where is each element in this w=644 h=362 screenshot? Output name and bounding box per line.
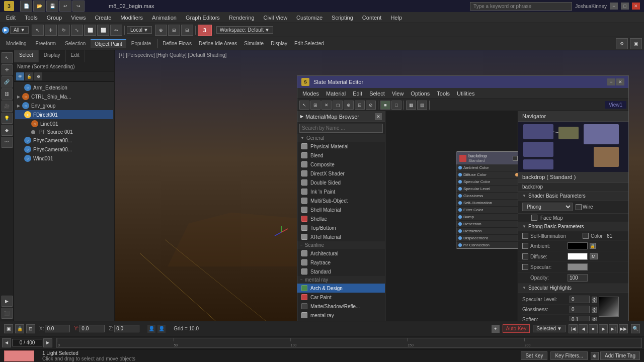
phong-basic-section[interactable]: ▼ Phong Basic Parameters: [518, 222, 628, 231]
diffuse-map-btn[interactable]: M: [590, 253, 598, 259]
glossiness-input[interactable]: [570, 306, 590, 313]
browser-item-standard[interactable]: Standard: [297, 267, 385, 276]
3d-snap-btn[interactable]: 3: [198, 25, 212, 36]
browser-item-composite[interactable]: Composite: [297, 160, 385, 169]
selected-dropdown[interactable]: Selected ▼: [533, 325, 566, 332]
anim-prev-frame[interactable]: |◀: [569, 324, 578, 333]
minimize-btn[interactable]: −: [610, 3, 618, 10]
undo-btn[interactable]: ↩: [59, 1, 71, 12]
add-icon[interactable]: +: [492, 325, 500, 333]
select-region2[interactable]: ⬜: [97, 25, 109, 36]
key-filters-btn[interactable]: Key Filters...: [550, 351, 588, 360]
scene-item-wind[interactable]: ○ Wind001: [15, 154, 113, 163]
scene-item-pf[interactable]: PF Source 001: [29, 128, 113, 136]
tab-select[interactable]: Select: [14, 50, 39, 62]
ambient-lock-btn[interactable]: 🔒: [590, 243, 596, 249]
y-input[interactable]: [79, 325, 105, 332]
selfillum-color-checkbox[interactable]: [583, 233, 589, 239]
workspace-dropdown[interactable]: Workspace: Default ▼: [216, 26, 273, 34]
editor-tool5[interactable]: ⊕: [344, 101, 354, 110]
filter-icon2[interactable]: 🔒: [25, 72, 33, 80]
browser-item-doublesided[interactable]: Double Sided: [297, 178, 385, 187]
browser-section-general[interactable]: ▼ General: [297, 134, 385, 142]
menu-modifiers[interactable]: Modifiers: [116, 14, 147, 22]
browser-item-shellmat[interactable]: Shell Material: [297, 205, 385, 214]
menu-rendering[interactable]: Rendering: [225, 14, 259, 22]
frame-counter[interactable]: 0 / 400: [12, 339, 42, 346]
editor-tool4[interactable]: ◻: [333, 101, 343, 110]
editor-menu-material[interactable]: Material: [323, 90, 349, 97]
browser-item-mentalray[interactable]: mental ray: [297, 311, 385, 320]
tool-move[interactable]: ✛: [2, 64, 13, 75]
btn-edit-selected[interactable]: Edit Selected: [291, 40, 327, 47]
scene-item-arm[interactable]: ○ Arm_Extension: [15, 83, 113, 92]
scene-item-line[interactable]: ○ Line001: [22, 119, 113, 128]
tl-next[interactable]: ▶: [43, 338, 52, 347]
editor-close[interactable]: ✕: [616, 78, 624, 85]
browser-item-directx[interactable]: DirectX Shader: [297, 169, 385, 178]
set-key-btn[interactable]: Set Key: [521, 351, 547, 360]
shader-basic-section[interactable]: ▼ Shader Basic Parameters: [518, 192, 628, 201]
navigator-view[interactable]: [518, 122, 628, 172]
shader-type-select[interactable]: Phong: [522, 203, 573, 211]
open-btn[interactable]: 📂: [33, 1, 45, 12]
paint-settings2-btn[interactable]: ▣: [630, 38, 642, 49]
editor-tool6[interactable]: ⊟: [355, 101, 365, 110]
browser-section-scanline[interactable]: − Scanline: [297, 241, 385, 249]
soften-input[interactable]: [570, 316, 590, 321]
spec-highlight-section[interactable]: ▼ Specular Highlights: [518, 284, 628, 293]
expand-ctrl[interactable]: ▶: [17, 95, 20, 99]
menu-animation[interactable]: Animation: [148, 14, 181, 22]
browser-item-inkpaint[interactable]: Ink 'n Paint: [297, 187, 385, 196]
selfillum-checkbox[interactable]: [522, 233, 528, 239]
redo-btn[interactable]: ↪: [72, 1, 85, 12]
close-btn[interactable]: ✕: [632, 3, 640, 10]
editor-menu-view[interactable]: View: [389, 90, 407, 97]
x-input[interactable]: [45, 325, 70, 332]
timeline-track[interactable]: 0 50 100 150 200: [56, 338, 642, 348]
anim-play[interactable]: ▶: [599, 324, 608, 333]
anim-stop[interactable]: ■: [589, 324, 598, 333]
ambient-swatch[interactable]: [568, 242, 588, 249]
editor-tool10[interactable]: ▦: [406, 101, 416, 110]
move-tool[interactable]: ✛: [45, 25, 57, 36]
tool-link[interactable]: 🔗: [2, 76, 13, 87]
search-bar[interactable]: Type a keyword or phrase: [470, 2, 572, 11]
expand-env[interactable]: ▶: [17, 104, 20, 108]
paint-settings-btn[interactable]: ⚙: [616, 38, 628, 49]
menu-edit[interactable]: Edit: [2, 14, 20, 22]
wire-checkbox[interactable]: [576, 204, 582, 210]
tl-prev[interactable]: ◀: [2, 338, 11, 347]
transform-dropdown[interactable]: Local ▼: [127, 26, 152, 34]
tab-freeform[interactable]: Freeform: [32, 40, 60, 47]
material-node[interactable]: backdrop Standard Ambient Color: [456, 151, 518, 249]
browser-item-carpaint[interactable]: Car Paint: [297, 293, 385, 302]
browser-section-mentalray[interactable]: − mental ray: [297, 276, 385, 284]
tab-object-paint[interactable]: Object Paint: [91, 39, 126, 48]
anim-next-frame[interactable]: ▶▶: [619, 324, 628, 333]
tool-select[interactable]: ↖: [2, 52, 13, 63]
tool-unlink[interactable]: ⛓: [2, 88, 13, 100]
tab-populate[interactable]: Populate: [127, 40, 155, 47]
node-collapse-btn[interactable]: [513, 156, 518, 161]
tab-display-panel[interactable]: Display: [39, 50, 66, 62]
editor-tool8[interactable]: ■: [380, 101, 390, 110]
editor-minimize[interactable]: −: [607, 78, 615, 85]
browser-item-multisubobject[interactable]: Multi/Sub-Object: [297, 196, 385, 205]
scene-item-ctrl[interactable]: ▶ ○ CTRL_Ship_Ma...: [15, 92, 113, 101]
browser-item-matteshadow[interactable]: Matte/Shadow/Refle...: [297, 302, 385, 311]
editor-menu-edit[interactable]: Edit: [350, 90, 365, 97]
backdrop-name[interactable]: backdrop: [518, 183, 628, 192]
filter-icon[interactable]: 👁: [16, 72, 24, 80]
add-time-tag-btn[interactable]: Add Time Tag: [600, 351, 640, 360]
editor-menu-utilities[interactable]: Utilities: [454, 90, 477, 97]
browser-search-input[interactable]: [299, 124, 383, 133]
menu-create[interactable]: Create: [91, 14, 115, 22]
tool-stop[interactable]: ⬛: [2, 308, 13, 319]
menu-content[interactable]: Content: [358, 14, 386, 22]
browser-item-xref[interactable]: XRef Material: [297, 232, 385, 241]
menu-tools[interactable]: Tools: [21, 14, 42, 22]
tool-spline[interactable]: 〰: [2, 137, 13, 148]
menu-group[interactable]: Group: [43, 14, 66, 22]
auto-key-btn[interactable]: Auto Key: [503, 324, 530, 333]
